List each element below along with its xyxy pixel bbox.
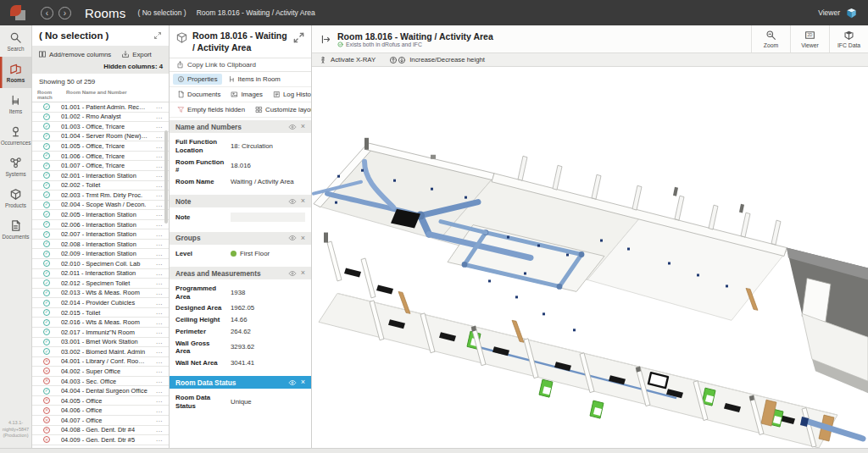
table-row[interactable]: ✓ 02.007 - Interaction Station ... bbox=[32, 229, 169, 240]
row-menu-button[interactable]: ... bbox=[156, 418, 163, 422]
tab-customize-layout[interactable]: Customize layout bbox=[251, 104, 312, 115]
table-row[interactable]: × 04.002 - Super Office ... bbox=[32, 367, 169, 377]
ifc-data-button[interactable]: IFC Data bbox=[829, 25, 868, 52]
table-row[interactable]: ✓ 01.005 - Office, Tricare ... bbox=[32, 141, 169, 152]
row-menu-button[interactable]: ... bbox=[156, 124, 163, 128]
viewer-button[interactable]: 2DViewer bbox=[790, 25, 829, 52]
sidebar-item-items[interactable]: Items bbox=[0, 88, 31, 119]
table-row[interactable]: ✓ 03.001 - Bmet Work Station ... bbox=[32, 338, 169, 348]
note-input[interactable] bbox=[231, 213, 305, 222]
table-row[interactable]: ✓ 02.011 - Interaction Station ... bbox=[32, 269, 169, 279]
close-icon[interactable]: × bbox=[301, 123, 305, 130]
table-row[interactable]: ✓ 04.004 - Dental Surgeon Office ... bbox=[32, 386, 169, 396]
row-menu-button[interactable]: ... bbox=[156, 301, 163, 305]
row-menu-button[interactable]: ... bbox=[156, 105, 163, 108]
breadcrumb-room[interactable]: Room 18.016 - Waiting / Activity Area bbox=[197, 8, 315, 17]
tab-empty-fields-hidden[interactable]: Empty fields hidden bbox=[173, 104, 249, 115]
export-button[interactable]: Export bbox=[121, 50, 152, 58]
table-row[interactable]: ✓ 02.004 - Scope Wash / Decon. ... bbox=[32, 201, 169, 211]
table-row[interactable]: ✓ 02.008 - Interaction Station ... bbox=[32, 240, 169, 250]
row-menu-button[interactable]: ... bbox=[156, 281, 163, 285]
back-icon[interactable]: ‹ bbox=[41, 7, 53, 19]
table-row[interactable]: ✓ 01.007 - Office, Tricare ... bbox=[32, 161, 169, 171]
table-row[interactable]: ✓ 02.005 - Interaction Station ... bbox=[32, 210, 169, 220]
close-icon[interactable]: × bbox=[301, 378, 305, 386]
row-menu-button[interactable]: ... bbox=[156, 389, 163, 393]
table-row[interactable]: ✓ 02.012 - Specimen Toilet ... bbox=[32, 279, 169, 289]
row-menu-button[interactable]: ... bbox=[156, 330, 163, 334]
table-row[interactable]: ✓ 02.014 - Provider Cubicles ... bbox=[32, 298, 169, 308]
row-menu-button[interactable]: ... bbox=[156, 223, 163, 226]
table-row[interactable]: ✓ 02.015 - Toilet ... bbox=[32, 308, 169, 318]
row-menu-button[interactable]: ... bbox=[156, 438, 163, 441]
row-menu-button[interactable]: ... bbox=[156, 409, 163, 412]
collapse-panel-arrow-icon[interactable] bbox=[320, 34, 331, 45]
row-menu-button[interactable]: ... bbox=[156, 369, 163, 373]
row-menu-button[interactable]: ... bbox=[156, 350, 163, 353]
row-menu-button[interactable]: ... bbox=[156, 379, 163, 383]
table-row[interactable]: ✓ 02.003 - Trmt Rm. Dirty Proc. ... bbox=[32, 191, 169, 201]
sidebar-item-documents[interactable]: Documents bbox=[0, 213, 31, 245]
row-menu-button[interactable]: ... bbox=[156, 291, 163, 295]
tab-log-history[interactable]: Log History bbox=[269, 89, 312, 100]
tab-properties[interactable]: Properties bbox=[173, 74, 222, 85]
table-row[interactable]: ✓ 02.006 - Interaction Station ... bbox=[32, 220, 169, 230]
table-row[interactable]: ✓ 02.017 - Immuniz"N Room ... bbox=[32, 328, 169, 338]
table-row[interactable]: ✓ 01.003 - Office, Tricare ... bbox=[32, 122, 169, 132]
table-row[interactable]: × 04.009 - Gen. Dent. Dtr #5 ... bbox=[32, 435, 169, 445]
row-menu-button[interactable]: ... bbox=[156, 242, 163, 246]
table-row[interactable]: × 04.007 - Office ... bbox=[32, 416, 169, 426]
close-icon[interactable]: × bbox=[301, 235, 305, 242]
table-row[interactable]: × 04.008 - Gen. Dent. Dtr #4 ... bbox=[32, 426, 169, 436]
table-row[interactable]: ✓ 03.002 - Biomed Maint. Admin ... bbox=[32, 347, 169, 357]
sidebar-item-rooms[interactable]: Rooms bbox=[0, 57, 31, 88]
column-header-room-match[interactable]: Room match bbox=[37, 90, 66, 100]
table-row[interactable]: ✓ 02.013 - Wts & Meas. Room ... bbox=[32, 289, 169, 299]
expand-panel-icon[interactable] bbox=[292, 31, 305, 44]
row-menu-button[interactable]: ... bbox=[156, 115, 163, 119]
breadcrumb-selection[interactable]: ( No selection ) bbox=[138, 8, 186, 17]
zoom-button[interactable]: Zoom bbox=[751, 25, 790, 52]
row-menu-button[interactable]: ... bbox=[156, 252, 163, 256]
activate-x-ray-button[interactable]: Activate X-RAY bbox=[319, 56, 376, 64]
eye-icon[interactable] bbox=[288, 379, 297, 386]
add-remove-columns-button[interactable]: Add/remove columns bbox=[38, 50, 111, 58]
table-row[interactable]: ✓ 02.009 - Interaction Station ... bbox=[32, 249, 169, 259]
row-menu-button[interactable]: ... bbox=[156, 193, 163, 196]
row-menu-button[interactable]: ... bbox=[156, 428, 163, 432]
row-menu-button[interactable]: ... bbox=[156, 174, 163, 177]
row-menu-button[interactable]: ... bbox=[156, 233, 163, 236]
row-menu-button[interactable]: ... bbox=[156, 203, 163, 207]
row-menu-button[interactable]: ... bbox=[156, 340, 163, 344]
sidebar-item-products[interactable]: Products bbox=[0, 182, 31, 213]
row-menu-button[interactable]: ... bbox=[156, 272, 163, 275]
table-row[interactable]: × 04.005 - Office ... bbox=[32, 396, 169, 406]
tab-images[interactable]: Images bbox=[226, 89, 267, 100]
row-menu-button[interactable]: ... bbox=[156, 311, 163, 314]
row-menu-button[interactable]: ... bbox=[156, 164, 163, 168]
row-menu-button[interactable]: ... bbox=[156, 145, 163, 148]
increase-decrease-height-button[interactable]: Increase/Decrease height bbox=[389, 56, 485, 64]
tab-documents[interactable]: Documents bbox=[173, 89, 225, 100]
3d-model-canvas[interactable] bbox=[312, 67, 868, 448]
eye-icon[interactable] bbox=[288, 198, 297, 205]
close-icon[interactable]: × bbox=[301, 197, 305, 205]
table-row[interactable]: ✓ 02.001 - Interaction Station ... bbox=[32, 171, 169, 181]
forward-icon[interactable]: › bbox=[58, 7, 71, 19]
table-row[interactable]: × 04.006 - Office ... bbox=[32, 406, 169, 416]
table-row[interactable]: ✓ 01.002 - Rmo Analyst ... bbox=[32, 113, 169, 123]
row-menu-button[interactable]: ... bbox=[156, 360, 163, 363]
expand-panel-icon[interactable] bbox=[153, 31, 162, 40]
row-menu-button[interactable]: ... bbox=[156, 135, 163, 138]
tab-items-in-room[interactable]: Items in Room bbox=[224, 74, 285, 85]
copy-link-button[interactable]: Copy Link to Clipboard bbox=[170, 58, 311, 72]
table-row[interactable]: ✓ 01.004 - Server Room (New), Tric... ..… bbox=[32, 132, 169, 142]
table-row[interactable]: ✓ 01.006 - Office, Tricare ... bbox=[32, 152, 169, 162]
table-row[interactable]: × 04.003 - Sec. Office ... bbox=[32, 377, 169, 387]
row-menu-button[interactable]: ... bbox=[156, 184, 163, 187]
table-row[interactable]: ✓ 02.010 - Specimen Coll. Lab ... bbox=[32, 259, 169, 269]
table-row[interactable]: ✓ 02.016 - Wts & Meas. Room ... bbox=[32, 318, 169, 328]
row-menu-button[interactable]: ... bbox=[156, 154, 163, 157]
row-menu-button[interactable]: ... bbox=[156, 399, 163, 402]
eye-icon[interactable] bbox=[288, 124, 297, 130]
